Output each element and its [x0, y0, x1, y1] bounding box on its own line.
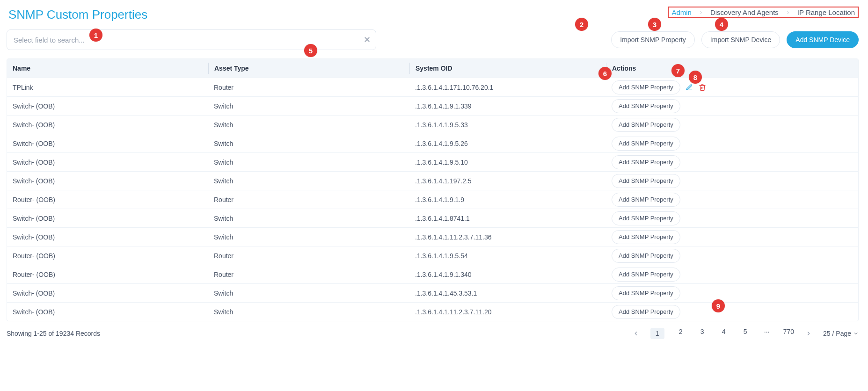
cell-asset-type: Switch [208, 233, 409, 241]
table-row: Router- (OOB)Router.1.3.6.1.4.1.9.5.54Ad… [7, 246, 858, 265]
search-field-wrap: ✕ [7, 29, 376, 50]
cell-asset-type: Switch [208, 159, 409, 166]
snmp-table: Name Asset Type System OID Actions TPLin… [7, 58, 859, 321]
table-row: Switch- (OOB)Switch.1.3.6.1.4.1.9.5.26Ad… [7, 134, 858, 152]
page-number[interactable]: 770 [783, 328, 794, 339]
table-row: Router- (OOB)Router.1.3.6.1.4.1.9.1.340A… [7, 265, 858, 283]
add-snmp-property-button[interactable]: Add SNMP Property [612, 211, 680, 225]
page-number[interactable]: 5 [740, 328, 751, 339]
cell-system-oid: .1.3.6.1.4.1.9.5.26 [409, 140, 606, 147]
cell-asset-type: Router [208, 84, 409, 91]
table-row: TPLinkRouter.1.3.6.1.4.1.171.10.76.20.1A… [7, 78, 858, 96]
add-snmp-property-button[interactable]: Add SNMP Property [612, 230, 680, 244]
cell-actions: Add SNMP Property [606, 155, 858, 169]
record-summary: Showing 1-25 of 19234 Records [7, 330, 100, 337]
table-row: Switch- (OOB)Switch.1.3.6.1.4.1.11.2.3.7… [7, 302, 858, 321]
table-row: Switch- (OOB)Switch.1.3.6.1.4.1.8741.1Ad… [7, 209, 858, 227]
cell-asset-type: Router [208, 196, 409, 203]
chevron-right-icon [785, 10, 791, 15]
page-size-select[interactable]: 25 / Page [823, 330, 859, 337]
cell-system-oid: .1.3.6.1.4.1.9.1.9 [409, 196, 606, 203]
add-snmp-property-button[interactable]: Add SNMP Property [612, 174, 680, 188]
search-input[interactable] [7, 29, 376, 50]
import-snmp-device-button[interactable]: Import SNMP Device [701, 31, 780, 48]
cell-asset-type: Switch [208, 102, 409, 110]
cell-name: Switch- (OOB) [7, 177, 208, 185]
cell-actions: Add SNMP Property [606, 211, 858, 225]
breadcrumb-item[interactable]: Discovery And Agents [710, 8, 779, 16]
cell-name: Switch- (OOB) [7, 121, 208, 129]
chevron-right-icon [698, 10, 704, 15]
cell-system-oid: .1.3.6.1.4.1.45.3.53.1 [409, 290, 606, 297]
cell-actions: Add SNMP Property [606, 268, 858, 282]
cell-system-oid: .1.3.6.1.4.1.9.1.339 [409, 102, 606, 110]
cell-actions: Add SNMP Property [606, 137, 858, 151]
cell-name: Switch- (OOB) [7, 215, 208, 222]
cell-actions: Add SNMP Property [606, 80, 858, 94]
edit-icon[interactable] [685, 83, 693, 92]
cell-asset-type: Router [208, 252, 409, 260]
cell-name: Switch- (OOB) [7, 102, 208, 110]
page-number[interactable]: 4 [719, 328, 729, 339]
cell-system-oid: .1.3.6.1.4.1.9.5.54 [409, 252, 606, 260]
cell-name: Switch- (OOB) [7, 290, 208, 297]
cell-name: TPLink [7, 84, 208, 91]
breadcrumb-item[interactable]: Admin [671, 8, 692, 16]
add-snmp-property-button[interactable]: Add SNMP Property [612, 155, 680, 169]
clear-search-icon[interactable]: ✕ [364, 36, 371, 44]
cell-asset-type: Switch [208, 140, 409, 147]
cell-asset-type: Router [208, 271, 409, 278]
cell-actions: Add SNMP Property [606, 249, 858, 263]
cell-system-oid: .1.3.6.1.4.1.11.2.3.7.11.36 [409, 233, 606, 241]
cell-name: Switch- (OOB) [7, 233, 208, 241]
cell-system-oid: .1.3.6.1.4.1.171.10.76.20.1 [409, 84, 606, 91]
cell-actions: Add SNMP Property [606, 193, 858, 207]
cell-actions: Add SNMP Property [606, 305, 858, 319]
cell-name: Switch- (OOB) [7, 140, 208, 147]
cell-actions: Add SNMP Property [606, 99, 858, 113]
table-row: Switch- (OOB)Switch.1.3.6.1.4.1.9.5.33Ad… [7, 115, 858, 134]
col-header-asset-type[interactable]: Asset Type [208, 63, 409, 74]
cell-asset-type: Switch [208, 215, 409, 222]
breadcrumb-item[interactable]: IP Range Location [797, 8, 855, 16]
page-number[interactable]: 2 [676, 328, 686, 339]
cell-actions: Add SNMP Property [606, 118, 858, 132]
table-row: Switch- (OOB)Switch.1.3.6.1.4.1.45.3.53.… [7, 283, 858, 302]
add-snmp-property-button[interactable]: Add SNMP Property [612, 305, 680, 319]
add-snmp-property-button[interactable]: Add SNMP Property [612, 137, 680, 151]
table-header: Name Asset Type System OID Actions [7, 59, 858, 78]
add-snmp-property-button[interactable]: Add SNMP Property [612, 286, 680, 300]
import-snmp-property-button[interactable]: Import SNMP Property [611, 31, 695, 48]
add-snmp-property-button[interactable]: Add SNMP Property [612, 99, 680, 113]
pagination: 12345···770 25 / Page [633, 328, 859, 339]
cell-actions: Add SNMP Property [606, 174, 858, 188]
cell-asset-type: Switch [208, 290, 409, 297]
delete-icon[interactable] [698, 83, 707, 92]
add-snmp-property-button[interactable]: Add SNMP Property [612, 268, 680, 282]
col-header-actions: Actions [606, 63, 858, 74]
cell-system-oid: .1.3.6.1.4.1.9.5.33 [409, 121, 606, 129]
prev-page-icon[interactable] [633, 330, 639, 337]
add-snmp-property-button[interactable]: Add SNMP Property [612, 80, 680, 94]
col-header-system-oid[interactable]: System OID [409, 63, 606, 74]
chevron-down-icon [853, 331, 859, 336]
col-header-name[interactable]: Name [7, 65, 208, 72]
table-footer: Showing 1-25 of 19234 Records 12345···77… [7, 328, 859, 339]
cell-name: Router- (OOB) [7, 252, 208, 260]
cell-name: Router- (OOB) [7, 271, 208, 278]
breadcrumb: AdminDiscovery And AgentsIP Range Locati… [668, 7, 859, 18]
add-snmp-device-button[interactable]: Add SNMP Device [787, 31, 859, 48]
cell-system-oid: .1.3.6.1.4.1.9.5.10 [409, 159, 606, 166]
next-page-icon[interactable] [805, 330, 812, 337]
page-number[interactable]: 1 [650, 328, 664, 339]
add-snmp-property-button[interactable]: Add SNMP Property [612, 118, 680, 132]
cell-asset-type: Switch [208, 308, 409, 316]
cell-asset-type: Switch [208, 121, 409, 129]
cell-name: Router- (OOB) [7, 196, 208, 203]
add-snmp-property-button[interactable]: Add SNMP Property [612, 249, 680, 263]
cell-actions: Add SNMP Property [606, 286, 858, 300]
cell-asset-type: Switch [208, 177, 409, 185]
add-snmp-property-button[interactable]: Add SNMP Property [612, 193, 680, 207]
page-number[interactable]: 3 [697, 328, 708, 339]
table-row: Switch- (OOB)Switch.1.3.6.1.4.1.11.2.3.7… [7, 227, 858, 246]
